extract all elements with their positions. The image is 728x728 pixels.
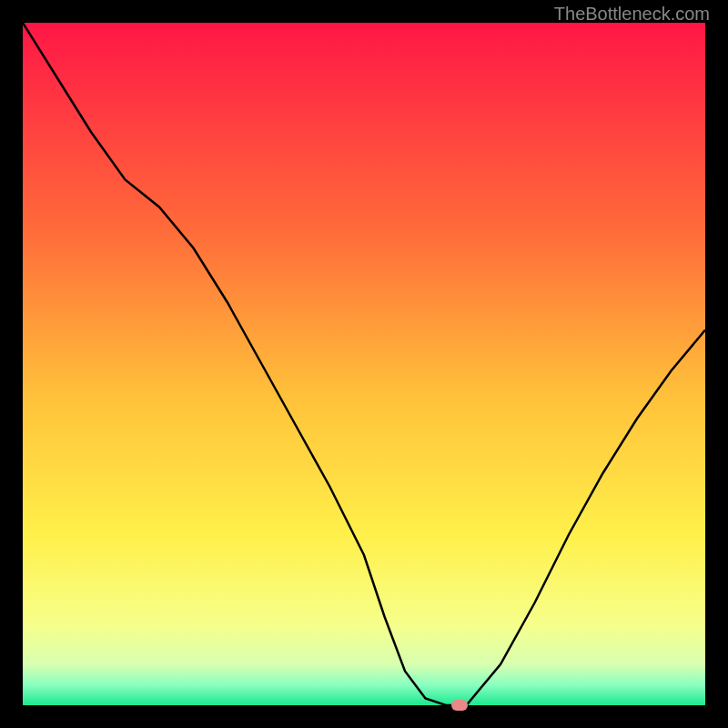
plot-area (23, 23, 705, 705)
watermark-text: TheBottleneck.com (554, 4, 710, 25)
optimal-marker (451, 700, 468, 711)
bottleneck-curve (23, 23, 705, 705)
